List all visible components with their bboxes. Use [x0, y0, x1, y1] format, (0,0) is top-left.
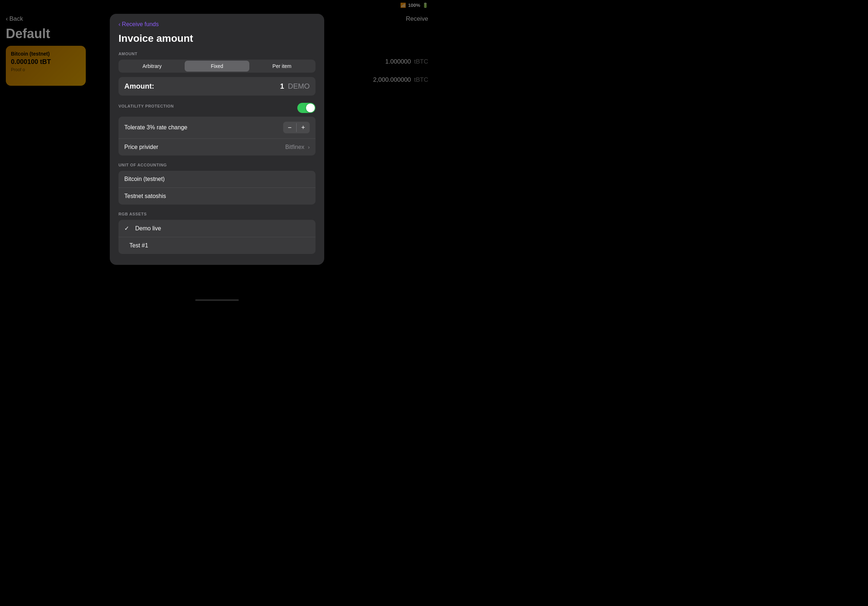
amount-field-label: Amount:: [124, 82, 154, 90]
checkmark-icon: ✓: [124, 225, 131, 232]
tolerate-label: Tolerate 3% rate change: [124, 124, 187, 131]
price-provider-value: Bitfinex: [285, 144, 304, 150]
accounting-section-label: UNIT OF ACCOUNTING: [118, 163, 316, 167]
amount-type-per-item[interactable]: Per item: [250, 61, 315, 71]
amount-type-arbitrary[interactable]: Arbitrary: [119, 61, 184, 71]
back-arrow-icon: ‹: [118, 21, 120, 28]
amount-display: 1 DEMO: [280, 82, 310, 90]
chevron-right-icon: ›: [308, 144, 310, 150]
amount-section-label: AMOUNT: [118, 52, 316, 56]
accounting-item-satoshis[interactable]: Testnet satoshis: [118, 188, 316, 204]
invoice-amount-modal: ‹ Receive funds Invoice amount AMOUNT Ar…: [110, 14, 324, 265]
rgb-item-test1-label: Test #1: [129, 242, 148, 249]
amount-type-fixed[interactable]: Fixed: [184, 61, 250, 71]
price-provider-value-group: Bitfinex ›: [285, 144, 310, 150]
rgb-group: ✓ Demo live Test #1: [118, 220, 316, 254]
stepper-increment[interactable]: +: [297, 122, 310, 133]
modal-title: Invoice amount: [118, 33, 316, 44]
rgb-section-label: RGB ASSETS: [118, 212, 316, 216]
tolerate-row: Tolerate 3% rate change − +: [118, 117, 316, 139]
rate-stepper: − +: [283, 122, 310, 133]
stepper-decrement[interactable]: −: [283, 122, 296, 133]
modal-back-link[interactable]: ‹ Receive funds: [118, 21, 316, 28]
price-provider-label: Price privider: [124, 144, 158, 150]
volatility-header: VOLATILITY PROTECTION: [118, 103, 316, 113]
amount-row[interactable]: Amount: 1 DEMO: [118, 77, 316, 96]
price-provider-row[interactable]: Price privider Bitfinex ›: [118, 139, 316, 156]
toggle-knob: [306, 104, 315, 112]
rgb-item-demo-live-label: Demo live: [135, 225, 161, 232]
rgb-item-demo-live[interactable]: ✓ Demo live: [118, 220, 316, 237]
volatility-toggle[interactable]: [297, 103, 316, 113]
amount-type-selector: Arbitrary Fixed Per item: [118, 60, 316, 73]
accounting-group: Bitcoin (testnet) Testnet satoshis: [118, 171, 316, 204]
volatility-label: VOLATILITY PROTECTION: [118, 104, 174, 108]
volatility-settings-group: Tolerate 3% rate change − + Price privid…: [118, 117, 316, 156]
rgb-item-test1[interactable]: Test #1: [118, 237, 316, 254]
accounting-item-bitcoin[interactable]: Bitcoin (testnet): [118, 171, 316, 188]
